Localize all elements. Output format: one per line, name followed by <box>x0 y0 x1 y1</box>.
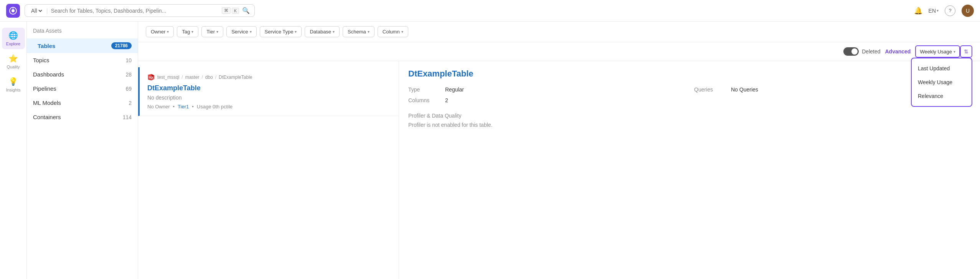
deleted-switch[interactable] <box>843 47 859 56</box>
owner-filter[interactable]: Owner ▾ <box>146 26 174 37</box>
notification-icon[interactable]: 🔔 <box>914 7 922 15</box>
insights-icon: 💡 <box>8 77 18 86</box>
column-filter[interactable]: Column ▾ <box>378 26 408 37</box>
filter-bar: Owner ▾ Tag ▾ Tier ▾ Service ▾ Service T… <box>138 22 980 42</box>
service-type-chevron: ▾ <box>295 30 297 34</box>
search-bar: All | ⌘ K 🔍 <box>25 4 255 17</box>
containers-count: 114 <box>123 114 132 120</box>
sidebar-item-insights[interactable]: 💡 Insights <box>2 74 25 95</box>
user-avatar[interactable]: U <box>962 5 974 17</box>
explore-label: Explore <box>6 42 20 46</box>
type-value: Regular <box>445 86 464 93</box>
logo-icon[interactable] <box>6 4 20 18</box>
sidebar-item-containers[interactable]: Containers 114 <box>27 110 138 124</box>
sort-option-relevance[interactable]: Relevance <box>912 89 972 103</box>
sort-option-last-updated[interactable]: Last Updated <box>912 61 972 75</box>
tag-filter-label: Tag <box>182 29 190 35</box>
search-separator: | <box>46 8 48 14</box>
deleted-label: Deleted <box>862 48 880 55</box>
ml-models-label: ML Models <box>33 100 61 106</box>
sidebar-item-ml-models[interactable]: ML Models 2 <box>27 96 138 110</box>
results-area: SQL test_mssql / master / dbo / DtExampl… <box>138 61 980 279</box>
detail-fields: Type Regular Queries No Queries Columns … <box>408 86 971 103</box>
profiler-section-title: Profiler & Data Quality <box>408 113 971 119</box>
tables-badge: 21786 <box>111 42 132 49</box>
profiler-section-text: Profiler is not enabled for this table. <box>408 122 971 128</box>
advanced-button[interactable]: Advanced <box>885 48 911 55</box>
deleted-toggle[interactable]: Deleted <box>843 47 880 56</box>
service-type-filter[interactable]: Service Type ▾ <box>260 26 302 37</box>
sort-icon-button[interactable]: ⇅ <box>960 45 972 58</box>
service-chevron: ▾ <box>250 30 252 34</box>
sidebar-item-explore[interactable]: 🌐 Explore <box>2 28 25 49</box>
breadcrumb-database: master <box>185 75 200 80</box>
schema-chevron: ▾ <box>368 30 370 34</box>
sort-chevron: ▾ <box>954 50 955 54</box>
secondary-sidebar: Data Assets Tables 21786 Topics 10 Dashb… <box>27 22 138 279</box>
column-filter-label: Column <box>383 29 400 35</box>
breadcrumb-service: test_mssql <box>157 75 179 80</box>
search-icon[interactable]: 🔍 <box>242 7 250 14</box>
language-selector[interactable]: EN ▾ <box>929 8 939 14</box>
sidebar-item-dashboards[interactable]: Dashboards 28 <box>27 67 138 81</box>
tag-chevron: ▾ <box>191 30 193 34</box>
detail-panel: DtExampleTable Type Regular Queries No Q… <box>399 61 980 279</box>
result-breadcrumb: SQL test_mssql / master / dbo / DtExampl… <box>147 73 389 81</box>
columns-label: Columns <box>408 97 439 103</box>
schema-filter[interactable]: Schema ▾ <box>343 26 375 37</box>
result-title[interactable]: DtExampleTable <box>147 84 389 92</box>
k-key: K <box>232 8 239 14</box>
sidebar-item-pipelines[interactable]: Pipelines 69 <box>27 81 138 96</box>
columns-value: 2 <box>445 97 448 103</box>
toolbar: Deleted Advanced Weekly Usage ▾ ⇅ Last U… <box>138 42 980 61</box>
help-button[interactable]: ? <box>945 5 955 16</box>
queries-value: No Queries <box>731 86 758 93</box>
sort-label: Weekly Usage <box>920 49 952 55</box>
tables-label: Tables <box>38 43 55 49</box>
search-type-dropdown[interactable]: All <box>30 7 43 14</box>
sort-icon: ⇅ <box>964 48 968 55</box>
schema-filter-label: Schema <box>348 29 366 35</box>
search-kbd-hint: ⌘ K <box>222 7 239 14</box>
pipelines-label: Pipelines <box>33 85 56 92</box>
sidebar-item-topics[interactable]: Topics 10 <box>27 53 138 67</box>
svg-text:SQL: SQL <box>149 76 154 79</box>
quality-icon: ⭐ <box>8 54 18 63</box>
tier-filter-label: Tier <box>206 29 215 35</box>
breadcrumb-schema: dbo <box>205 75 213 80</box>
sort-option-weekly-usage[interactable]: Weekly Usage <box>912 75 972 89</box>
result-list: SQL test_mssql / master / dbo / DtExampl… <box>138 61 399 279</box>
dashboards-label: Dashboards <box>33 71 64 78</box>
owner-filter-label: Owner <box>151 29 165 35</box>
service-type-filter-label: Service Type <box>265 29 294 35</box>
database-filter[interactable]: Database ▾ <box>305 26 340 37</box>
sidebar-item-quality[interactable]: ⭐ Quality <box>2 51 25 72</box>
queries-label: Queries <box>694 86 725 93</box>
database-chevron: ▾ <box>333 30 335 34</box>
topics-count: 10 <box>125 57 132 63</box>
main-layout: 🌐 Explore ⭐ Quality 💡 Insights Data Asse… <box>0 22 980 279</box>
quality-label: Quality <box>7 65 20 69</box>
ml-models-count: 2 <box>129 100 132 106</box>
explore-icon: 🌐 <box>8 31 18 40</box>
sidebar-title: Data Assets <box>27 28 138 38</box>
result-item-dt-example-table[interactable]: SQL test_mssql / master / dbo / DtExampl… <box>138 67 399 116</box>
toggle-knob <box>851 48 858 55</box>
detail-title: DtExampleTable <box>408 69 971 79</box>
search-input[interactable] <box>51 8 219 14</box>
detail-type-row: Type Regular <box>408 86 685 93</box>
tag-filter[interactable]: Tag ▾ <box>177 26 198 37</box>
tier-filter[interactable]: Tier ▾ <box>201 26 223 37</box>
service-filter[interactable]: Service ▾ <box>226 26 256 37</box>
dashboards-count: 28 <box>125 71 132 78</box>
result-meta: No Owner • Tier1 • Usage 0th pctile <box>147 104 389 110</box>
result-usage: Usage 0th pctile <box>197 104 233 110</box>
database-filter-label: Database <box>310 29 331 35</box>
nav-actions: 🔔 EN ▾ ? U <box>914 5 974 17</box>
sidebar-item-tables[interactable]: Tables 21786 <box>27 38 138 53</box>
service-filter-label: Service <box>231 29 248 35</box>
insights-label: Insights <box>6 88 21 92</box>
result-owner: No Owner <box>147 104 170 110</box>
detail-columns-row: Columns 2 <box>408 97 685 103</box>
sort-button[interactable]: Weekly Usage ▾ <box>915 45 960 58</box>
